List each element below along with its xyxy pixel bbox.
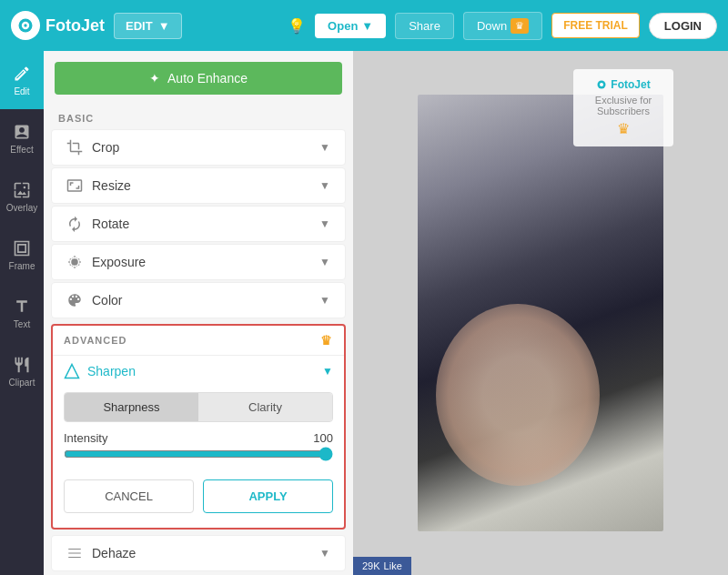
crop-label: Crop [92, 140, 119, 155]
action-row: CANCEL APPLY [53, 472, 344, 520]
edit-label: EDIT [126, 19, 153, 33]
advanced-section: ADVANCED ♛ Sharpen ▼ Sharpness [51, 324, 346, 530]
download-button[interactable]: Down ♛ [463, 12, 542, 40]
sidebar-item-effect[interactable]: Effect [0, 109, 44, 167]
fotojet-logo-icon [11, 11, 40, 40]
sidebar-text-label: Text [14, 319, 30, 329]
crop-chevron-icon: ▼ [319, 141, 330, 154]
basic-section-label: BASIC [44, 106, 353, 127]
color-chevron-icon: ▼ [319, 294, 330, 307]
svg-point-3 [71, 258, 78, 266]
dehaze-chevron-icon: ▼ [319, 547, 330, 560]
sharpen-label: Sharpen [87, 364, 136, 378]
resize-chevron-icon: ▼ [319, 179, 330, 192]
apply-button[interactable]: APPLY [203, 479, 333, 513]
watermark-exclusive: Exclusive for [586, 95, 661, 106]
open-button[interactable]: Open ▼ [315, 14, 386, 38]
sharpness-clarity-tabs: Sharpness Clarity [64, 392, 333, 422]
intensity-value: 100 [313, 431, 333, 445]
auto-enhance-label: Auto Enhance [167, 71, 248, 86]
advanced-label: ADVANCED [64, 335, 127, 346]
intensity-slider[interactable] [64, 447, 333, 461]
intensity-slider-container [53, 445, 344, 472]
edit-chevron-icon: ▼ [158, 19, 170, 33]
sharpness-tab[interactable]: Sharpness [65, 393, 198, 421]
intensity-row: Intensity 100 [53, 428, 344, 445]
sidebar-item-text[interactable]: Text [0, 284, 44, 342]
sidebar-effect-label: Effect [10, 145, 33, 155]
sidebar-edit-label: Edit [14, 86, 29, 96]
exposure-row[interactable]: Exposure ▼ [51, 244, 346, 280]
cancel-button[interactable]: CANCEL [64, 479, 194, 513]
svg-point-6 [600, 83, 603, 86]
clarity-tab[interactable]: Clarity [198, 393, 332, 421]
free-trial-button[interactable]: FREE TRIAL [551, 13, 640, 38]
dehaze-label: Dehaze [92, 546, 136, 560]
bulb-icon[interactable]: 💡 [288, 17, 306, 35]
crop-row[interactable]: Crop ▼ [51, 129, 346, 166]
svg-point-2 [24, 24, 26, 26]
watermark-overlay: FotoJet Exclusive for Subscribers ♛ [573, 69, 673, 146]
resize-row[interactable]: Resize ▼ [51, 167, 346, 204]
header: FotoJet EDIT ▼ 💡 Open ▼ Share Down ♛ FRE… [0, 0, 728, 51]
main-area: Edit Effect Overlay Frame Text Clipart ✦… [0, 51, 728, 575]
watermark-logo: FotoJet [586, 78, 661, 91]
watermark-crown-icon: ♛ [586, 120, 661, 137]
advanced-crown-icon: ♛ [320, 333, 333, 348]
watermark-subscribers: Subscribers [586, 106, 661, 116]
sharpen-chevron-icon: ▼ [322, 365, 333, 378]
exposure-label: Exposure [92, 255, 146, 269]
rotate-chevron-icon: ▼ [319, 217, 330, 230]
color-label: Color [92, 293, 122, 308]
logo-text: FotoJet [46, 16, 105, 35]
color-row[interactable]: Color ▼ [51, 282, 346, 318]
svg-marker-4 [66, 365, 79, 378]
login-button[interactable]: LOGIN [649, 13, 717, 39]
edit-dropdown[interactable]: EDIT ▼ [114, 13, 182, 39]
auto-enhance-button[interactable]: ✦ Auto Enhance [55, 62, 342, 95]
open-chevron-icon: ▼ [361, 19, 373, 33]
resize-label: Resize [92, 178, 131, 193]
share-button[interactable]: Share [395, 13, 454, 39]
sidebar-item-frame[interactable]: Frame [0, 226, 44, 284]
exposure-chevron-icon: ▼ [319, 256, 330, 268]
intensity-label: Intensity [64, 431, 107, 445]
rotate-label: Rotate [92, 217, 129, 231]
crown-badge: ♛ [511, 18, 529, 34]
sidebar-item-clipart[interactable]: Clipart [0, 342, 44, 400]
sharpen-triangle-icon [64, 363, 80, 379]
like-label: Like [384, 560, 402, 571]
sidebar-clipart-label: Clipart [9, 378, 35, 388]
tools-panel: ✦ Auto Enhance BASIC Crop ▼ Resize ▼ Rot… [44, 51, 353, 575]
sidebar-item-overlay[interactable]: Overlay [0, 167, 44, 226]
dehaze-row[interactable]: Dehaze ▼ [51, 535, 346, 571]
like-area: 29K Like [353, 557, 411, 575]
logo-area: FotoJet [11, 11, 105, 40]
like-count: 29K [362, 560, 380, 571]
sidebar-item-edit[interactable]: Edit [0, 51, 44, 109]
sidebar-frame-label: Frame [9, 261, 35, 271]
rotate-row[interactable]: Rotate ▼ [51, 206, 346, 242]
advanced-header: ADVANCED ♛ [53, 326, 344, 355]
sharpen-row[interactable]: Sharpen ▼ [53, 355, 344, 387]
auto-enhance-icon: ✦ [149, 71, 160, 86]
icon-sidebar: Edit Effect Overlay Frame Text Clipart [0, 51, 44, 575]
photo-container [418, 95, 663, 531]
sidebar-overlay-label: Overlay [6, 203, 37, 213]
canvas-area: FotoJet Exclusive for Subscribers ♛ 29K … [353, 51, 728, 575]
